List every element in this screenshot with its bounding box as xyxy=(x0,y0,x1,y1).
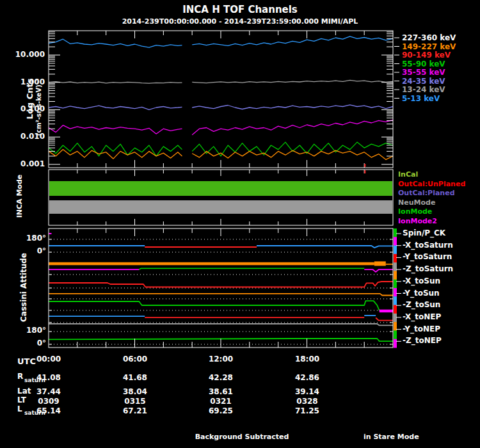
attitude-colorbar-segment xyxy=(394,246,397,255)
trace-13-24keV xyxy=(192,80,393,83)
ephemeris-value: 0321 xyxy=(198,397,243,406)
legend-item--Z_toSun: -Z_toSun xyxy=(403,300,440,309)
legend-item-OutCalPlaned: OutCal:Planed xyxy=(398,189,455,197)
green-mode-band xyxy=(49,181,392,196)
trace-35-55keV xyxy=(192,120,393,135)
ephemeris-value: 38.04 xyxy=(113,387,157,396)
legend-item--Y_toNEP: -Y_toNEP xyxy=(403,324,440,333)
ephemeris-value: 37.44 xyxy=(26,387,71,396)
legend-item-35-55keV: 35-55 keV xyxy=(402,68,445,77)
attitude-colorbar-segment xyxy=(394,314,397,323)
attitude-colorbar-segment xyxy=(394,254,397,263)
legend-item-SpinP_CK: Spin/P_CK xyxy=(403,228,445,237)
legend-item-24-35keV: 24-35 keV xyxy=(402,77,445,86)
attitude-colorbar-segment xyxy=(394,330,397,339)
legend-item--Z_toNEP: -Z_toNEP xyxy=(403,336,442,345)
legend-item-13-24keV: 13-24 keV xyxy=(402,85,445,94)
attitude-y-tick-label: 0° xyxy=(9,246,46,255)
ephemeris-row-sublabel: saturn xyxy=(24,377,45,383)
attitude-colorbar-segment xyxy=(394,228,397,237)
y-tick-label: 0.100 xyxy=(6,104,45,113)
utc-tick-label: 18:00 xyxy=(288,355,326,364)
legend-item--X_toSaturn: -X_toSaturn xyxy=(403,241,453,250)
utc-tick-label: 06:00 xyxy=(116,355,154,364)
inca-plot-window: { "header": { "title": "INCA H TOF Chann… xyxy=(0,0,480,448)
attitude-trace-10 xyxy=(49,282,393,287)
ephemeris-value: 39.14 xyxy=(285,387,330,396)
legend-item--Y_toSun: -Y_toSun xyxy=(403,289,440,298)
gray-mode-band xyxy=(49,200,392,214)
stare-mode-note: in Stare Mode xyxy=(364,433,419,441)
legend-item-InCal: InCal xyxy=(398,170,418,179)
attitude-trace-17 xyxy=(376,318,393,321)
ephemeris-value: 38.61 xyxy=(198,387,243,396)
ephemeris-row-sublabel: saturn xyxy=(24,410,45,416)
attitude-colorbar-segment xyxy=(394,271,397,280)
background-subtracted-note: Background Subtracted xyxy=(165,433,319,441)
attitude-colorbar-segment xyxy=(394,339,397,348)
attitude-trace-11 xyxy=(49,294,393,296)
legend-item-OutCalUnPlaned: OutCal:UnPlaned xyxy=(398,180,465,188)
ephemeris-row-label: Lat xyxy=(17,387,31,396)
legend-item-IonMode2: IonMode2 xyxy=(398,217,437,225)
trace-149-227keV xyxy=(192,150,393,159)
ephemeris-value: 69.25 xyxy=(198,406,243,415)
inca-mode-panel xyxy=(49,170,393,225)
trace-5-13keV xyxy=(192,36,393,46)
attitude-trace-12 xyxy=(49,301,380,310)
y-tick-label: 1.000 xyxy=(6,77,45,86)
attitude-y-tick-label: 0° xyxy=(9,339,46,348)
attitude-colorbar-segment xyxy=(394,262,397,271)
legend-item--Y_toSaturn: -Y_toSaturn xyxy=(403,252,452,261)
ephemeris-value: 67.21 xyxy=(113,406,157,415)
ephemeris-value: 42.86 xyxy=(285,373,330,382)
y-tick-label: 0.010 xyxy=(6,132,45,141)
attitude-trace-8 xyxy=(139,268,364,269)
trace-149-227keV xyxy=(49,150,182,159)
y-tick-label: 0.001 xyxy=(6,159,45,168)
ephemeris-row-label: R xyxy=(17,372,23,381)
y-tick-label: 10.000 xyxy=(6,50,45,59)
ephemeris-value: 0309 xyxy=(26,397,71,406)
ephemeris-value: 0315 xyxy=(113,397,157,406)
legend-item-NeuMode: NeuMode xyxy=(398,198,435,207)
legend-item--Z_toSaturn: -Z_toSaturn xyxy=(403,264,453,273)
attitude-colorbar-segment xyxy=(394,288,397,297)
ephemeris-row-label: L xyxy=(17,404,22,413)
attitude-y-tick-label: 180° xyxy=(9,326,46,335)
legend-item-55-90keV: 55-90 keV xyxy=(402,60,445,68)
trace-24-35keV xyxy=(192,105,393,109)
trace-35-55keV xyxy=(49,125,182,134)
attitude-trace-18 xyxy=(49,324,393,325)
legend-item-90-149keV: 90-149 keV xyxy=(402,51,451,60)
legend-item-5-13keV: 5-13 keV xyxy=(402,94,440,103)
legend-item-149-227keV: 149-227 keV xyxy=(402,42,456,51)
legend-item--X_toSun: -X_toSun xyxy=(403,276,440,285)
attitude-trace-3 xyxy=(257,246,393,248)
legend-item--X_toNEP: -X_toNEP xyxy=(403,312,441,321)
utc-tick-label: 00:00 xyxy=(29,355,68,364)
legend-item-227-360keV: 227-360 keV xyxy=(402,33,456,42)
attitude-y-tick-label: 180° xyxy=(9,234,46,243)
ephemeris-value: 42.28 xyxy=(198,373,243,382)
legend-item-IonMode: IonMode xyxy=(398,207,432,216)
ephemeris-row-label: LT xyxy=(17,396,26,404)
attitude-colorbar-segment xyxy=(394,237,397,246)
ephemeris-value: 71.25 xyxy=(285,406,330,415)
attitude-trace-9 xyxy=(364,269,393,272)
ephemeris-value: 41.68 xyxy=(113,373,157,382)
trace-5-13keV xyxy=(49,39,182,47)
attitude-colorbar-segment xyxy=(394,280,397,289)
ephemeris-value: 0328 xyxy=(285,397,330,406)
utc-tick-label: 12:00 xyxy=(202,355,240,364)
attitude-colorbar-segment xyxy=(394,305,397,314)
trace-13-24keV xyxy=(49,82,182,84)
attitude-colorbar-segment xyxy=(394,296,397,305)
trace-24-35keV xyxy=(49,106,182,109)
